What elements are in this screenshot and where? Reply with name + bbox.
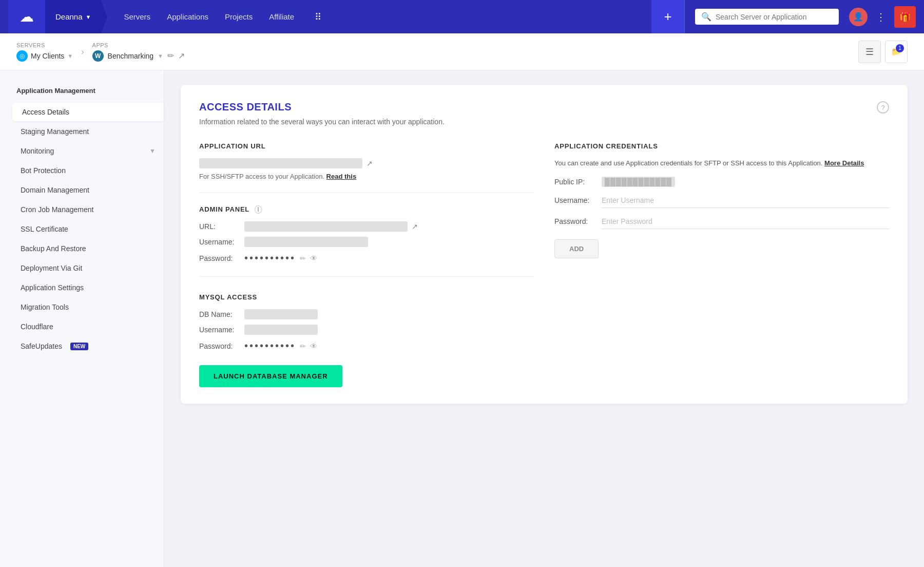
admin-password-edit-icon[interactable]: ✏ [300,254,306,262]
chevron-down-icon: ▼ [86,14,91,20]
card-header: ACCESS DETAILS ? [199,101,889,114]
chevron-down-icon: ▼ [149,147,156,155]
app-actions: ✏ ↗ [167,51,185,61]
logo[interactable]: ☁ [8,0,45,33]
mysql-pass-row: Password: •••••••••• ✏ 👁 [199,340,534,352]
sidebar-item-bot-protection[interactable]: Bot Protection [12,161,164,180]
sidebar-item-cron[interactable]: Cron Job Management [12,200,164,219]
gift-icon: 🎁 [899,11,911,23]
cred-password-input[interactable] [602,214,889,229]
sidebar-label-cron: Cron Job Management [21,205,93,214]
app-selector[interactable]: W Benchmarking ▼ ✏ ↗ [92,50,185,62]
mysql-user-label: Username: [199,326,240,334]
nav-affiliate[interactable]: Affiliate [269,12,294,21]
main-layout: Application Management Access Details St… [0,70,924,567]
mysql-section-title: MYSQL ACCESS [199,293,534,301]
search-icon: 🔍 [701,12,711,22]
add-credential-button[interactable]: ADD [554,239,599,258]
avatar-icon: 👤 [853,12,863,22]
grid-icon[interactable]: ⠿ [315,11,321,23]
sidebar-label-backup: Backup And Restore [21,244,86,253]
more-details-link[interactable]: More Details [824,159,864,167]
sidebar-item-access-details[interactable]: Access Details [12,103,164,121]
cred-password-row: Password: [554,214,889,229]
card-subtitle: Information related to the several ways … [199,118,889,126]
sidebar-item-monitoring[interactable]: Monitoring ▼ [12,142,164,160]
user-menu[interactable]: Deanna ▼ [45,0,101,33]
launch-database-manager-button[interactable]: LAUNCH DATABASE MANAGER [199,365,342,387]
sidebar-label-cloudflare: Cloudflare [21,323,53,331]
nav-applications[interactable]: Applications [167,12,208,21]
app-url-external-link-icon[interactable]: ↗ [367,159,373,167]
admin-username-row: Username: █████████████████████ [199,237,534,247]
credentials-section-title: APPLICATION CREDENTIALS [554,142,889,150]
admin-password-dots: •••••••••• [244,252,296,264]
wordpress-icon: W [92,50,104,62]
servers-label: Servers [16,42,73,48]
app-url-value: ████████████████████████████ [199,158,362,168]
sidebar-item-app-settings[interactable]: Application Settings [12,278,164,297]
mysql-user-row: Username: ████████████ [199,325,534,335]
external-link-icon[interactable]: ↗ [178,51,185,61]
edit-icon[interactable]: ✏ [167,51,174,61]
list-icon: ☰ [865,46,874,58]
list-view-button[interactable]: ☰ [858,41,881,63]
admin-info-icon[interactable]: i [255,205,262,214]
right-column: APPLICATION CREDENTIALS You can create a… [554,142,889,387]
breadcrumb-app: Apps W Benchmarking ▼ ✏ ↗ [92,42,185,62]
mysql-pass-edit-icon[interactable]: ✏ [300,342,306,350]
search-input[interactable] [716,13,833,21]
admin-panel-section-title: ADMIN PANEL i [199,205,534,213]
sidebar-section-title: Application Management [12,87,164,94]
cred-username-label: Username: [554,196,595,204]
sidebar-item-backup[interactable]: Backup And Restore [12,239,164,258]
mysql-pass-eye-icon[interactable]: 👁 [310,342,317,350]
admin-url-row: URL: ████████████████████████████ ↗ [199,221,534,232]
mysql-pass-dots: •••••••••• [244,340,296,352]
server-selector[interactable]: ◎ My Clients ▼ [16,50,73,62]
mysql-db-label: DB Name: [199,310,240,318]
sidebar-label-access-details: Access Details [22,108,69,116]
sidebar-item-domain[interactable]: Domain Management [12,181,164,199]
nav-links: Servers Applications Projects Affiliate … [124,11,651,23]
nav-projects[interactable]: Projects [225,12,253,21]
mysql-user-value: ████████████ [244,325,318,335]
server-chevron-down-icon: ▼ [67,53,73,59]
avatar-button[interactable]: 👤 [849,8,868,26]
sidebar-label-deployment: Deployment Via Git [21,264,82,272]
top-navigation: ☁ Deanna ▼ Servers Applications Projects… [0,0,924,33]
admin-url-external-link-icon[interactable]: ↗ [412,222,418,231]
breadcrumb-server: Servers ◎ My Clients ▼ [16,42,73,62]
nav-servers[interactable]: Servers [124,12,150,21]
admin-password-label: Password: [199,254,240,262]
help-icon[interactable]: ? [877,101,889,114]
divider-2 [199,276,534,277]
sidebar-item-safeupdates[interactable]: SafeUpdates NEW [12,337,164,355]
sidebar-item-deployment[interactable]: Deployment Via Git [12,259,164,277]
more-options-button[interactable]: ⋮ [872,9,890,25]
notifications-button[interactable]: 📁 1 [885,41,908,63]
sidebar-item-staging[interactable]: Staging Management [12,122,164,141]
sidebar-item-ssl[interactable]: SSL Certificate [12,220,164,238]
sidebar-label-domain: Domain Management [21,186,89,194]
cred-password-label: Password: [554,217,595,225]
gift-button[interactable]: 🎁 [894,6,916,28]
breadcrumb-separator: › [81,47,84,56]
two-column-layout: APPLICATION URL ████████████████████████… [199,142,889,387]
mysql-pass-label: Password: [199,342,240,350]
new-badge: NEW [70,343,88,350]
breadcrumb-right: ☰ 📁 1 [858,41,908,63]
credentials-description: You can create and use Application crede… [554,158,889,168]
add-button[interactable]: + [651,0,685,33]
sidebar-item-migration[interactable]: Migration Tools [12,298,164,316]
cred-username-input[interactable] [602,193,889,208]
sidebar-label-monitoring: Monitoring [21,147,54,155]
read-this-link[interactable]: Read this [326,173,357,180]
app-chevron-down-icon: ▼ [158,53,163,59]
access-details-card: ACCESS DETAILS ? Information related to … [181,85,908,404]
divider [199,193,534,193]
sidebar-item-cloudflare[interactable]: Cloudflare [12,317,164,336]
breadcrumb: Servers ◎ My Clients ▼ › Apps W Benchmar… [0,33,924,70]
admin-password-eye-icon[interactable]: 👁 [310,254,317,262]
app-url-section-title: APPLICATION URL [199,142,534,150]
